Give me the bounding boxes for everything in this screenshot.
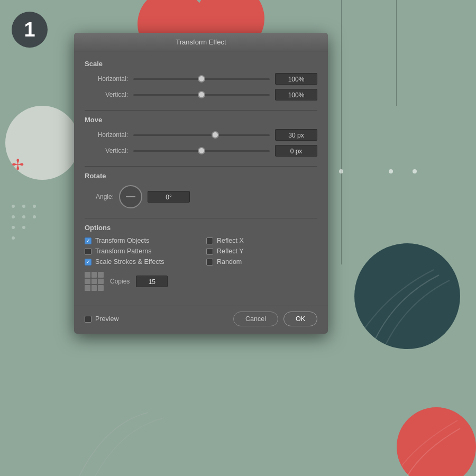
- svg-point-6: [12, 226, 15, 229]
- scale-strokes-label: Scale Strokes & Effects: [95, 258, 164, 266]
- move-label: Move: [85, 116, 317, 124]
- scale-horizontal-track[interactable]: [133, 78, 270, 80]
- dialog-footer: Preview Cancel OK: [74, 306, 328, 334]
- angle-dial-indicator: [126, 196, 135, 197]
- scale-section: Scale Horizontal: 100% Vertical: 100%: [85, 60, 317, 100]
- angle-dial[interactable]: [119, 185, 142, 208]
- transform-objects-label: Transform Objects: [95, 237, 149, 244]
- rotate-section: Rotate Angle: 0°: [85, 172, 317, 208]
- dialog-titlebar: Transform Effect: [74, 33, 328, 51]
- step-number: 1: [24, 19, 35, 41]
- checkbox-random[interactable]: Random: [206, 258, 317, 266]
- bg-dot-1: [339, 169, 343, 173]
- move-vertical-label: Vertical:: [85, 147, 128, 154]
- checkmark-icon-2: ✓: [86, 260, 90, 264]
- move-vertical-thumb[interactable]: [198, 147, 205, 154]
- grid-cell-8: [91, 285, 97, 291]
- preview-checkbox[interactable]: [85, 316, 91, 323]
- move-section: Move Horizontal: 30 px Vertical: 0 px: [85, 116, 317, 157]
- move-horizontal-value[interactable]: 30 px: [275, 129, 317, 141]
- options-section: Options ✓ Transform Objects Reflect X: [85, 224, 317, 291]
- grid-cell-2: [91, 272, 97, 278]
- bg-dot-2: [389, 169, 393, 173]
- checkbox-transform-patterns[interactable]: Transform Patterns: [85, 248, 196, 255]
- random-label: Random: [217, 258, 242, 266]
- move-vertical-track[interactable]: [133, 150, 270, 152]
- move-horizontal-label: Horizontal:: [85, 131, 128, 139]
- checkbox-reflect-y-box[interactable]: [206, 248, 213, 255]
- svg-point-3: [12, 215, 15, 218]
- bg-dot-pattern: [8, 201, 61, 264]
- checkbox-random-box[interactable]: [206, 259, 213, 266]
- scale-label: Scale: [85, 60, 317, 68]
- move-horizontal-row: Horizontal: 30 px: [85, 129, 317, 141]
- bg-line-1: [341, 0, 342, 264]
- dialog-title: Transform Effect: [176, 38, 226, 46]
- preview-label: Preview: [95, 315, 118, 323]
- scale-vertical-thumb[interactable]: [198, 91, 205, 98]
- checkbox-transform-patterns-box[interactable]: [85, 248, 91, 255]
- grid-cell-6: [98, 279, 104, 285]
- cancel-button[interactable]: Cancel: [233, 312, 278, 326]
- angle-value[interactable]: 0°: [148, 191, 190, 203]
- checkbox-scale-strokes[interactable]: ✓ Scale Strokes & Effects: [85, 258, 196, 266]
- checkmark-icon: ✓: [86, 239, 90, 243]
- svg-point-7: [22, 226, 25, 229]
- grid-cell-9: [98, 285, 104, 291]
- svg-point-8: [12, 236, 15, 240]
- bg-line-2: [396, 0, 397, 106]
- svg-point-2: [33, 205, 36, 208]
- ok-button[interactable]: OK: [283, 312, 317, 326]
- checkbox-reflect-y[interactable]: Reflect Y: [206, 248, 317, 255]
- copies-grid-icon: [85, 272, 104, 291]
- transform-effect-dialog: Transform Effect Scale Horizontal: 100% …: [74, 33, 328, 334]
- checkbox-reflect-x[interactable]: Reflect X: [206, 237, 317, 244]
- grid-cell-4: [85, 279, 90, 285]
- svg-point-5: [33, 215, 36, 218]
- scale-horizontal-label: Horizontal:: [85, 75, 128, 83]
- bg-select-icon: ✢: [12, 156, 24, 173]
- grid-cell-1: [85, 272, 90, 278]
- divider-2: [85, 166, 317, 167]
- svg-point-0: [12, 205, 15, 208]
- bg-arc: [53, 317, 212, 476]
- grid-cell-7: [85, 285, 90, 291]
- move-vertical-value[interactable]: 0 px: [275, 145, 317, 157]
- scale-vertical-track[interactable]: [133, 94, 270, 96]
- divider-1: [85, 110, 317, 111]
- dialog-body: Scale Horizontal: 100% Vertical: 100% Mo…: [74, 51, 328, 306]
- divider-3: [85, 218, 317, 218]
- reflect-y-label: Reflect Y: [217, 248, 244, 255]
- step-badge: 1: [12, 12, 48, 48]
- move-vertical-row: Vertical: 0 px: [85, 145, 317, 157]
- scale-vertical-label: Vertical:: [85, 91, 128, 98]
- angle-label: Angle:: [85, 193, 114, 200]
- copies-value[interactable]: 15: [136, 276, 168, 287]
- checkbox-scale-strokes-box[interactable]: ✓: [85, 259, 91, 266]
- move-horizontal-track[interactable]: [133, 134, 270, 136]
- rotate-label: Rotate: [85, 172, 317, 180]
- bg-circle-dark: [354, 243, 460, 349]
- checkbox-transform-objects-box[interactable]: ✓: [85, 237, 91, 244]
- options-grid: ✓ Transform Objects Reflect X Transform …: [85, 237, 317, 266]
- svg-point-4: [22, 215, 25, 218]
- checkbox-transform-objects[interactable]: ✓ Transform Objects: [85, 237, 196, 244]
- transform-patterns-label: Transform Patterns: [95, 248, 152, 255]
- reflect-x-label: Reflect X: [217, 237, 244, 244]
- copies-row: Copies 15: [85, 272, 317, 291]
- checkbox-reflect-x-box[interactable]: [206, 237, 213, 244]
- scale-horizontal-thumb[interactable]: [198, 75, 205, 83]
- move-horizontal-thumb[interactable]: [212, 131, 219, 139]
- bg-dot-3: [413, 169, 417, 173]
- scale-vertical-value[interactable]: 100%: [275, 89, 317, 100]
- grid-cell-5: [91, 279, 97, 285]
- options-label: Options: [85, 224, 317, 232]
- preview-row[interactable]: Preview: [85, 315, 228, 323]
- scale-horizontal-row: Horizontal: 100%: [85, 73, 317, 85]
- grid-cell-3: [98, 272, 104, 278]
- rotate-row: Angle: 0°: [85, 185, 317, 208]
- copies-label: Copies: [110, 278, 130, 285]
- scale-horizontal-value[interactable]: 100%: [275, 73, 317, 85]
- svg-point-1: [22, 205, 25, 208]
- bg-circle-red-bottom: [397, 407, 476, 476]
